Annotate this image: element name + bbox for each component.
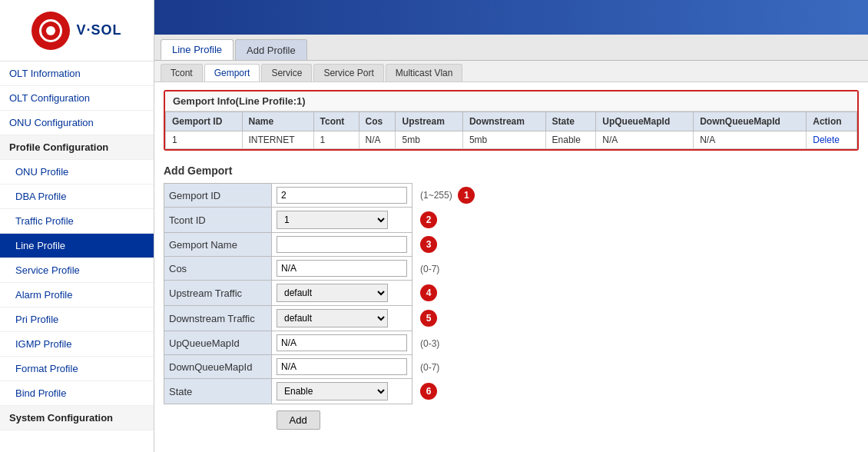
tab-bar: Line Profile Add Profile — [154, 35, 868, 61]
step-badge-1: 1 — [458, 187, 475, 204]
tcont-id-select[interactable]: 1234 — [277, 211, 388, 229]
label-gemport-id: Gemport ID — [164, 184, 272, 208]
downqueue-input[interactable] — [277, 358, 407, 375]
upstream-select[interactable]: default — [277, 284, 388, 302]
sidebar-item-line-profile[interactable]: Line Profile — [0, 234, 154, 258]
tab-add-profile[interactable]: Add Profile — [235, 39, 307, 60]
cos-input[interactable] — [277, 260, 407, 277]
input-cell-downqueue — [272, 355, 412, 379]
label-tcont-id: Tcont ID — [164, 208, 272, 233]
input-cell-upqueue — [272, 331, 412, 355]
subtab-multicast-vlan[interactable]: Multicast Vlan — [386, 64, 463, 81]
form-row-gemport-id: Gemport ID (1~255) 1 — [164, 184, 480, 208]
sidebar-nav: OLT Information OLT Configuration ONU Co… — [0, 61, 154, 452]
hint-upqueue: (0-3) — [412, 331, 480, 355]
cell-downstream: 5mb — [462, 131, 545, 149]
label-downstream: Downstream Traffic — [164, 306, 272, 331]
form-row-upstream: Upstream Traffic default 4 — [164, 281, 480, 306]
subtab-gemport[interactable]: Gemport — [204, 64, 260, 81]
subtab-tcont[interactable]: Tcont — [161, 64, 203, 81]
cell-name: INTERNET — [242, 131, 313, 149]
col-upqueue: UpQueueMapId — [596, 112, 694, 131]
sidebar-item-onu-config[interactable]: ONU Configuration — [0, 111, 154, 135]
logo-icon — [31, 12, 70, 50]
input-cell-upstream: default — [272, 281, 412, 306]
subtab-service-port[interactable]: Service Port — [313, 64, 383, 81]
gemport-id-input[interactable] — [277, 187, 407, 204]
step-badge-5: 5 — [420, 310, 437, 327]
gemport-info-box: Gemport Info(Line Profile:1) Gemport ID … — [164, 90, 859, 151]
downstream-select[interactable]: default — [277, 309, 388, 327]
sidebar-item-pri-profile[interactable]: Pri Profile — [0, 307, 154, 332]
sidebar-item-igmp-profile[interactable]: IGMP Profile — [0, 332, 154, 357]
form-row-add: Add — [164, 404, 480, 434]
input-cell-downstream: default — [272, 306, 412, 331]
cell-gemport-id: 1 — [166, 131, 243, 149]
tab-line-profile[interactable]: Line Profile — [161, 39, 234, 60]
sub-tab-bar: Tcont Gemport Service Service Port Multi… — [154, 61, 868, 82]
delete-link[interactable]: Delete — [813, 135, 840, 145]
sidebar-item-bind-profile[interactable]: Bind Profile — [0, 381, 154, 406]
state-select[interactable]: Enable Disable — [277, 382, 388, 400]
label-cos: Cos — [164, 257, 272, 281]
form-row-tcont-id: Tcont ID 1234 2 — [164, 208, 480, 233]
subtab-service[interactable]: Service — [261, 64, 312, 81]
col-name: Name — [242, 112, 313, 131]
col-downstream: Downstream — [462, 112, 545, 131]
form-row-downstream: Downstream Traffic default 5 — [164, 306, 480, 331]
add-button[interactable]: Add — [277, 410, 320, 430]
upqueue-input[interactable] — [277, 334, 407, 351]
add-gemport-section: Add Gemport Gemport ID (1~255) 1 Tcont I… — [154, 158, 868, 439]
col-action: Action — [807, 112, 857, 131]
col-gemport-id: Gemport ID — [166, 112, 243, 131]
hint-tcont-id: 2 — [412, 208, 480, 233]
col-tcont: Tcont — [313, 112, 359, 131]
col-state: State — [545, 112, 596, 131]
form-row-state: State Enable Disable 6 — [164, 379, 480, 404]
col-cos: Cos — [359, 112, 396, 131]
main-content: Line Profile Add Profile Tcont Gemport S… — [154, 0, 868, 452]
input-cell-state: Enable Disable — [272, 379, 412, 404]
step-badge-4: 4 — [420, 284, 437, 301]
sidebar-item-traffic-profile[interactable]: Traffic Profile — [0, 209, 154, 234]
logo: V·SOL — [0, 0, 154, 61]
sidebar-item-system-config[interactable]: System Configuration — [0, 406, 154, 430]
sidebar-item-olt-info[interactable]: OLT Information — [0, 61, 154, 86]
step-badge-2: 2 — [420, 211, 437, 228]
sidebar-item-onu-profile[interactable]: ONU Profile — [0, 160, 154, 184]
form-row-cos: Cos (0-7) — [164, 257, 480, 281]
step-badge-3: 3 — [420, 236, 437, 253]
hint-downqueue: (0-7) — [412, 355, 480, 379]
table-row: 1 INTERNET 1 N/A 5mb 5mb Enable N/A N/A … — [166, 131, 857, 149]
hint-upstream: 4 — [412, 281, 480, 306]
hint-gemport-name: 3 — [412, 233, 480, 257]
sidebar-item-olt-config[interactable]: OLT Configuration — [0, 86, 154, 111]
gemport-info-title: Gemport Info(Line Profile:1) — [165, 91, 857, 111]
input-cell-tcont-id: 1234 — [272, 208, 412, 233]
content-area: Line Profile Add Profile Tcont Gemport S… — [154, 35, 868, 452]
col-downqueue: DownQueueMapId — [694, 112, 807, 131]
hint-gemport-id: (1~255) 1 — [412, 184, 480, 208]
gemport-name-input[interactable] — [277, 236, 407, 253]
form-row-upqueue: UpQueueMapId (0-3) — [164, 331, 480, 355]
cell-tcont: 1 — [313, 131, 359, 149]
sidebar-item-profile-config[interactable]: Profile Configuration — [0, 135, 154, 160]
cell-state: Enable — [545, 131, 596, 149]
hint-state: 6 — [412, 379, 480, 404]
sidebar-item-dba-profile[interactable]: DBA Profile — [0, 184, 154, 209]
col-upstream: Upstream — [396, 112, 462, 131]
cell-cos: N/A — [359, 131, 396, 149]
logo-text: V·SOL — [76, 22, 121, 38]
input-cell-gemport-id — [272, 184, 412, 208]
sidebar-item-alarm-profile[interactable]: Alarm Profile — [0, 283, 154, 307]
step-badge-6: 6 — [420, 383, 437, 400]
cell-action[interactable]: Delete — [807, 131, 857, 149]
hint-downstream: 5 — [412, 306, 480, 331]
sidebar-item-format-profile[interactable]: Format Profile — [0, 357, 154, 381]
sidebar-item-service-profile[interactable]: Service Profile — [0, 258, 154, 283]
label-upstream: Upstream Traffic — [164, 281, 272, 306]
add-gemport-form: Gemport ID (1~255) 1 Tcont ID 1234 — [164, 183, 480, 433]
label-state: State — [164, 379, 272, 404]
cell-upstream: 5mb — [396, 131, 462, 149]
label-gemport-name: Gemport Name — [164, 233, 272, 257]
